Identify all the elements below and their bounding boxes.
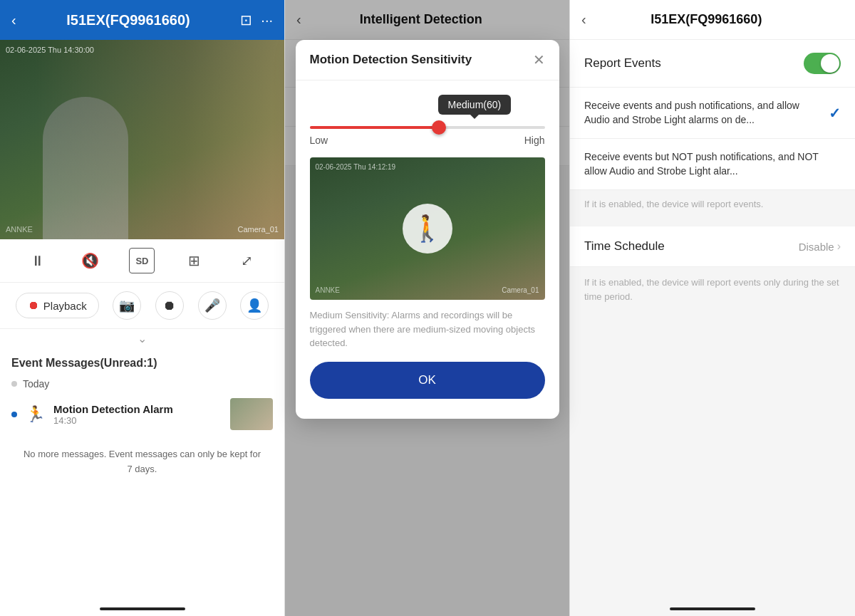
modal-close-button[interactable]: ✕: [533, 51, 545, 68]
camera-logo: ANNKE: [6, 225, 33, 234]
slider-container[interactable]: [310, 126, 545, 129]
photo-button[interactable]: 📷: [113, 291, 141, 320]
controls-bar: ⏸ 🔇 SD ⊞ ⤢: [0, 239, 284, 283]
more-options-icon[interactable]: ···: [261, 12, 273, 28]
time-schedule-row[interactable]: Time Schedule Disable ›: [570, 226, 855, 267]
today-dot: [11, 381, 17, 387]
person-detection-icon: 🚶: [403, 204, 452, 254]
playback-record-icon: ⏺: [28, 299, 39, 312]
event-info: Motion Detection Alarm 14:30: [53, 403, 222, 426]
time-schedule-hint: If it is enabled, the device will report…: [570, 267, 855, 312]
sensitivity-tooltip: Medium(60): [438, 95, 512, 115]
panel3-title: I51EX(FQ9961660): [586, 12, 826, 27]
event-time: 14:30: [53, 415, 222, 426]
home-bar-panel3: [670, 607, 755, 610]
event-thumbnail: [230, 398, 273, 430]
option-text-2: Receive events but NOT push notification…: [584, 150, 841, 178]
slider-labels: Low High: [310, 135, 545, 146]
check-icon-1: ✓: [829, 105, 841, 122]
panel1-title: I51EX(FQ9961660): [25, 12, 232, 28]
person-button[interactable]: 👤: [240, 291, 269, 320]
camera-preview: 02-06-2025 Thu 14:12:19 ANNKE Camera_01 …: [310, 157, 545, 300]
sd-button[interactable]: SD: [129, 248, 155, 273]
option-rows: Receive events and push notifications, a…: [570, 88, 855, 190]
preview-camera-id: Camera_01: [502, 286, 539, 294]
sensitivity-modal: Motion Detection Sensitivity ✕ Medium(60…: [296, 40, 559, 419]
option-row-1[interactable]: Receive events and push notifications, a…: [570, 88, 855, 139]
playback-label: Playback: [43, 300, 87, 312]
expand-icon[interactable]: ⌄: [0, 329, 284, 348]
report-events-row: Report Events: [570, 40, 855, 88]
panel-intelligent-detection: ‹ Intelligent Detection Motion Detection…: [285, 0, 570, 616]
option-row-2[interactable]: Receive events but NOT push notification…: [570, 139, 855, 190]
report-events-label: Report Events: [584, 56, 804, 71]
event-messages-title: Event Messages(Unread:1): [11, 357, 273, 370]
camera-timestamp: 02-06-2025 Thu 14:30:00: [6, 46, 94, 54]
modal-title: Motion Detection Sensitivity: [310, 53, 472, 67]
back-icon-panel3[interactable]: ‹: [581, 11, 586, 28]
event-item[interactable]: 🏃 Motion Detection Alarm 14:30: [11, 398, 273, 430]
sensitivity-description: Medium Sensitivity: Alarms and recording…: [310, 308, 545, 350]
panel-camera-feed: ‹ I51EX(FQ9961660) ⊡ ··· 02-06-2025 Thu …: [0, 0, 285, 616]
report-toggle-knob: [821, 54, 839, 73]
mic-button[interactable]: 🎤: [198, 291, 227, 320]
slider-high-label: High: [524, 135, 545, 146]
preview-timestamp: 02-06-2025 Thu 14:12:19: [316, 163, 396, 171]
home-bar: [100, 607, 185, 610]
action-buttons: ⏺ Playback 📷 ⏺ 🎤 👤: [0, 283, 284, 329]
time-schedule-value: Disable: [799, 241, 834, 253]
preview-logo: ANNKE: [316, 286, 340, 294]
home-indicator-panel3: [570, 593, 855, 616]
slider-track: [310, 126, 545, 129]
modal-overlay: Motion Detection Sensitivity ✕ Medium(60…: [285, 0, 569, 616]
time-schedule-chevron: ›: [837, 240, 841, 253]
camera-add-icon[interactable]: ⊡: [240, 11, 252, 28]
pause-button[interactable]: ⏸: [25, 248, 51, 273]
section-divider: [570, 218, 855, 226]
slider-low-label: Low: [310, 135, 328, 146]
event-unread-dot: [11, 412, 17, 417]
mute-button[interactable]: 🔇: [77, 248, 103, 273]
option-text-1: Receive events and push notifications, a…: [584, 99, 829, 127]
modal-body: Medium(60) Low High 02-06-2025 Thu 14:12…: [296, 80, 559, 419]
no-more-messages: No more messages. Event messages can onl…: [11, 447, 273, 477]
today-text: Today: [23, 378, 49, 390]
panel-report-events: ‹ I51EX(FQ9961660) Report Events Receive…: [570, 0, 855, 616]
report-events-toggle[interactable]: [804, 53, 841, 74]
fullscreen-button[interactable]: ⤢: [234, 248, 259, 273]
report-events-hint: If it is enabled, the device will report…: [570, 190, 855, 218]
ok-button[interactable]: OK: [310, 362, 545, 399]
event-title: Motion Detection Alarm: [53, 403, 222, 415]
slider-fill: [310, 126, 440, 129]
playback-button[interactable]: ⏺ Playback: [16, 293, 99, 318]
home-indicator-panel1: [0, 593, 284, 616]
camera-id: Camera_01: [238, 225, 279, 234]
camera-feed: 02-06-2025 Thu 14:30:00 ANNKE Camera_01: [0, 40, 284, 239]
record-button[interactable]: ⏺: [155, 291, 184, 320]
panel1-header: ‹ I51EX(FQ9961660) ⊡ ···: [0, 0, 284, 40]
back-icon-panel1[interactable]: ‹: [11, 12, 16, 28]
slider-thumb[interactable]: [432, 120, 446, 135]
motion-alarm-icon: 🏃: [26, 405, 45, 424]
grid-button[interactable]: ⊞: [182, 248, 207, 273]
today-label: Today: [11, 378, 273, 390]
time-schedule-label: Time Schedule: [584, 239, 799, 254]
event-messages-section: Event Messages(Unread:1) Today 🏃 Motion …: [0, 348, 284, 593]
panel3-header: ‹ I51EX(FQ9961660): [570, 0, 855, 40]
modal-header: Motion Detection Sensitivity ✕: [296, 40, 559, 80]
